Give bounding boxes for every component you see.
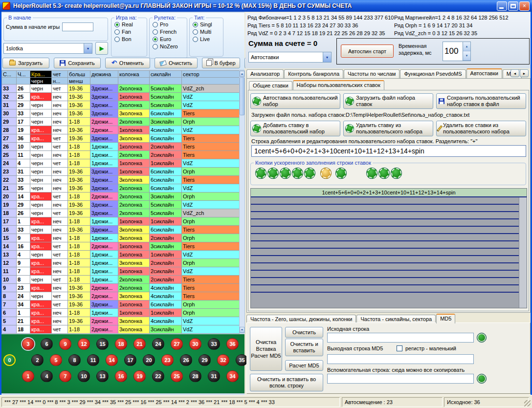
table-row[interactable]: 824чернчет19-362дюжи...3колонка4сиклайнT… bbox=[2, 292, 240, 301]
chip-button-8[interactable] bbox=[367, 168, 377, 178]
table-row[interactable]: 3326чернчет19-363дюжи...2колонка5сиклайн… bbox=[2, 85, 240, 93]
column-header[interactable]: больш bbox=[68, 71, 90, 78]
board-number-25[interactable]: 25 bbox=[171, 370, 183, 382]
tab-частоты-по-числам[interactable]: Частоты по числам bbox=[344, 69, 399, 78]
board-number-16[interactable]: 16 bbox=[115, 370, 127, 382]
bet-list-row[interactable] bbox=[251, 205, 527, 212]
maximize-button[interactable] bbox=[508, 1, 518, 11]
board-number-7[interactable]: 7 bbox=[59, 370, 71, 382]
column-header[interactable]: Ч... bbox=[17, 71, 30, 78]
bet-list-row[interactable] bbox=[251, 212, 527, 219]
board-number-26[interactable]: 26 bbox=[180, 354, 192, 366]
md5-clear-paste-button[interactable]: Очистить и вставить bbox=[285, 339, 323, 356]
slot-select[interactable]: 1slotka ▼ bbox=[3, 43, 92, 54]
column-header[interactable]: менш bbox=[68, 78, 90, 85]
board-number-36[interactable]: 36 bbox=[226, 338, 239, 350]
column-header[interactable]: С... bbox=[2, 71, 17, 78]
save-bet-file-button[interactable]: Сохранить пользовательский набор ставок … bbox=[436, 93, 526, 109]
radio-multi[interactable]: Multi bbox=[193, 29, 220, 35]
column-header[interactable]: колонка bbox=[118, 71, 150, 78]
chip-button-2[interactable] bbox=[268, 168, 278, 178]
table-row[interactable]: 1929черннеч19-363дюжи...2колонка5сиклайн… bbox=[2, 201, 240, 209]
tab-scroll-left-icon[interactable]: ◄ bbox=[510, 69, 519, 77]
table-row[interactable]: 117кра...неч1-181дюжи...1колонка2сиклайн… bbox=[2, 267, 240, 276]
output-string-input[interactable] bbox=[327, 354, 474, 364]
column-header[interactable]: сиклайн bbox=[150, 71, 182, 78]
radio-singl[interactable]: Singl bbox=[193, 21, 220, 27]
table-row[interactable]: 3033черннеч19-363дюжи...3колонка6сиклайн… bbox=[2, 109, 240, 118]
board-number-9[interactable]: 9 bbox=[59, 338, 71, 350]
chip-button-7[interactable] bbox=[336, 168, 346, 178]
close-button[interactable]: × bbox=[519, 1, 530, 11]
chip-button-4[interactable] bbox=[292, 168, 303, 178]
board-number-3[interactable]: 3 bbox=[22, 338, 34, 350]
board-number-17[interactable]: 17 bbox=[124, 354, 136, 366]
board-number-14[interactable]: 14 bbox=[106, 354, 118, 366]
radio-real[interactable]: Real bbox=[114, 21, 144, 27]
tab-автоставки[interactable]: Автоставки bbox=[466, 68, 502, 78]
bet-list-row[interactable] bbox=[251, 249, 527, 256]
radio-fan[interactable]: Fan bbox=[114, 29, 144, 35]
spinner-up-icon[interactable]: ▲ bbox=[463, 42, 470, 51]
tab-наборы-пользовательских-ставок[interactable]: Наборы пользовательских ставок bbox=[293, 80, 384, 90]
board-number-22[interactable]: 22 bbox=[152, 370, 164, 382]
board-number-5[interactable]: 5 bbox=[50, 354, 62, 366]
table-row[interactable]: 61кра...неч1-181дюжи...1колонка1сиклайнO… bbox=[2, 309, 240, 317]
autobet-custom-set-button[interactable]: Автоставка пользовательский набор bbox=[250, 93, 340, 109]
bet-list-row[interactable] bbox=[251, 285, 527, 293]
column-header[interactable] bbox=[2, 78, 17, 85]
clear-button[interactable]: Очистить bbox=[155, 58, 198, 68]
radio-nozero[interactable]: NoZero bbox=[153, 43, 184, 49]
table-row[interactable]: 129кра...неч1-181дюжи...3колонка2сиклайн… bbox=[2, 259, 240, 267]
board-number-28[interactable]: 28 bbox=[189, 370, 201, 382]
register-checkbox[interactable] bbox=[397, 345, 402, 351]
board-number-23[interactable]: 23 bbox=[161, 354, 174, 366]
play-button[interactable]: ▶ bbox=[95, 42, 108, 55]
table-row[interactable]: 2736кра...чет19-363дюжи...3колонка6сикла… bbox=[2, 134, 240, 143]
bet-list-row[interactable] bbox=[251, 256, 527, 263]
radio-bon[interactable]: Bon bbox=[114, 36, 144, 42]
column-header[interactable] bbox=[118, 78, 150, 85]
board-number-15[interactable]: 15 bbox=[96, 338, 109, 350]
dropdown-arrow-icon[interactable]: ▼ bbox=[84, 43, 92, 53]
tab-md5[interactable]: MD5 bbox=[436, 314, 455, 323]
column-header[interactable]: сектор bbox=[182, 71, 240, 78]
radio-euro[interactable]: Euro bbox=[153, 36, 184, 42]
table-row[interactable]: 2014кра...чет1-182дюжи...2колонка3сиклай… bbox=[2, 193, 240, 201]
save-button[interactable]: Сохранить bbox=[54, 58, 101, 68]
column-header[interactable]: дюжина bbox=[90, 71, 118, 78]
bet-list-row[interactable] bbox=[251, 197, 527, 205]
scroll-down-icon[interactable]: ▼ bbox=[240, 327, 244, 333]
radio-live[interactable]: Live bbox=[193, 36, 220, 42]
scrollbar-thumb[interactable] bbox=[240, 77, 244, 115]
tab-функционал-psevdoms[interactable]: Функционал PsevdoMS bbox=[400, 69, 466, 78]
md5-clear-paste-aux-button[interactable]: Очистить и вставить во вспом. строку bbox=[250, 374, 323, 391]
column-header[interactable]: чет bbox=[52, 71, 68, 78]
table-row[interactable]: 134чернчет1-181дюжи...1колонка1сиклайнVd… bbox=[2, 251, 240, 259]
table-row[interactable]: 3225кра...неч19-363дюжи...1колонка5сикла… bbox=[2, 93, 240, 101]
column-header[interactable] bbox=[150, 78, 182, 85]
undo-button[interactable]: ↶Отменить bbox=[105, 58, 150, 68]
table-row[interactable]: 2819кра...неч19-362дюжи...1колонка4сикла… bbox=[2, 126, 240, 134]
remove-bet-button[interactable]: Удалить ставку из пользовательского набо… bbox=[343, 121, 433, 136]
md5-all-in-one-button[interactable]: Очистка Вставка Расчет MD5 bbox=[250, 327, 282, 371]
bet-list-row[interactable] bbox=[251, 227, 527, 234]
delay-spinner[interactable]: ▲ ▼ bbox=[443, 42, 471, 61]
source-string-input[interactable] bbox=[327, 333, 474, 343]
board-number-13[interactable]: 13 bbox=[96, 370, 109, 382]
autospin-start-button[interactable]: Автоспин старт bbox=[341, 44, 394, 58]
table-row[interactable]: 2233черннеч19-363дюжи...3колонка6сиклайн… bbox=[2, 176, 240, 184]
tab-общие-ставки[interactable]: Общие ставки bbox=[249, 81, 292, 90]
chip-button-3[interactable] bbox=[280, 168, 290, 178]
board-number-2[interactable]: 2 bbox=[31, 354, 44, 366]
table-row[interactable]: 734кра...чет19-363дюжи...1колонка6сиклай… bbox=[2, 301, 240, 309]
board-number-30[interactable]: 30 bbox=[189, 338, 201, 350]
copy-buffer-button[interactable]: В буфер bbox=[202, 58, 240, 68]
delay-input[interactable] bbox=[443, 42, 463, 61]
column-header[interactable] bbox=[182, 78, 240, 85]
bet-string-input[interactable] bbox=[251, 145, 526, 157]
table-row[interactable]: 171кра...неч1-181дюжи...1колонка1сиклайн… bbox=[2, 217, 240, 226]
board-number-12[interactable]: 12 bbox=[78, 338, 90, 350]
tab-контроль-банкролла[interactable]: Контроль банкролла bbox=[284, 69, 343, 78]
table-row[interactable]: 418кра...чет1-182дюжи...3колонка3сиклайн… bbox=[2, 325, 240, 334]
